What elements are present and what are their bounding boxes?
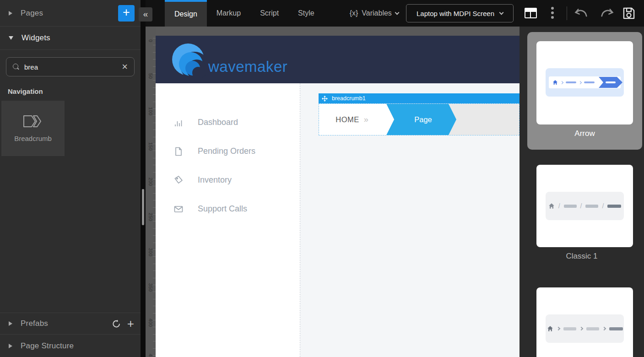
style-option-classic2-preview[interactable] xyxy=(536,287,633,357)
redo-icon[interactable] xyxy=(600,7,614,20)
prefabs-section-header[interactable]: Prefabs + xyxy=(0,313,141,335)
home-icon xyxy=(547,325,553,332)
style-option-label: Classic 1 xyxy=(520,252,644,261)
panel-gutter xyxy=(141,0,146,357)
widgets-section-label: Widgets xyxy=(22,33,50,43)
prefabs-section-label: Prefabs xyxy=(21,319,48,328)
tab-script[interactable]: Script xyxy=(250,0,288,27)
tab-markup[interactable]: Markup xyxy=(207,0,250,27)
tab-design[interactable]: Design xyxy=(165,0,207,27)
chevron-down-icon xyxy=(395,10,399,15)
home-icon xyxy=(548,203,555,209)
sidebar-scrollbar[interactable] xyxy=(142,189,144,225)
tab-variables[interactable]: {x} Variables xyxy=(341,0,407,27)
ruler-mark: 50 xyxy=(148,71,153,81)
ruler-mark: 400 xyxy=(148,318,153,327)
collapse-sidebar-button[interactable]: « xyxy=(139,7,152,22)
envelope-icon xyxy=(173,204,184,214)
collapse-arrow-icon xyxy=(9,321,12,326)
design-canvas: wavemaker Dashboard Pending Orders xyxy=(156,27,520,357)
tag-icon xyxy=(173,175,184,185)
search-icon xyxy=(13,64,19,70)
nav-item-dashboard[interactable]: Dashboard xyxy=(156,108,300,137)
widgets-sidebar: Pages + Widgets × Navigation Breadcrumb … xyxy=(0,0,141,357)
style-option-label: Arrow xyxy=(527,129,642,138)
navigation-category-label: Navigation xyxy=(0,76,141,101)
ruler-mark: 450 xyxy=(148,353,153,357)
brand-name: wavemaker xyxy=(208,59,287,78)
breadcrumb-item-home[interactable]: HOME » xyxy=(319,104,394,135)
nav-item-inventory[interactable]: Inventory xyxy=(156,166,300,195)
collapse-arrow-icon xyxy=(9,11,12,16)
top-toolbar: Design Markup Script Style {x} Variables… xyxy=(146,0,644,27)
ruler-mark: 250 xyxy=(148,212,153,222)
pages-section-label: Pages xyxy=(21,9,43,18)
widgets-section-header[interactable]: Widgets xyxy=(0,27,141,50)
ruler-mark: 200 xyxy=(148,177,153,186)
wavemaker-logo-icon xyxy=(172,42,206,78)
selected-widget-bar[interactable]: breadcrumb1 xyxy=(319,93,520,103)
collapse-arrow-icon xyxy=(9,344,12,348)
expand-arrow-icon xyxy=(9,36,13,40)
move-icon[interactable] xyxy=(322,96,328,102)
style-option-arrow-selected[interactable]: Arrow xyxy=(527,32,642,150)
ruler-mark: 100 xyxy=(148,107,153,116)
document-icon xyxy=(173,146,184,157)
vertical-ruler: 0 50 100 150 200 250 300 350 400 450 xyxy=(146,27,156,357)
device-selector-value: Laptop with MDPI Screen xyxy=(417,10,494,17)
ruler-mark: 350 xyxy=(148,283,153,292)
toolbar-divider xyxy=(567,6,567,20)
breadcrumb-icon xyxy=(22,114,43,128)
classic2-style-thumbnail xyxy=(546,314,624,343)
page-structure-section-header[interactable]: Page Structure xyxy=(0,335,141,357)
home-icon xyxy=(552,80,558,85)
breadcrumb-widget-tile[interactable]: Breadcrumb xyxy=(1,101,65,156)
variables-label: Variables xyxy=(362,9,392,17)
breadcrumb-item-page-active[interactable]: Page xyxy=(386,104,456,135)
arrow-style-thumbnail xyxy=(546,68,624,97)
add-page-button[interactable]: + xyxy=(118,5,135,22)
toggle-panels-icon[interactable] xyxy=(525,8,537,18)
widget-search-box[interactable]: × xyxy=(6,57,135,76)
widget-search-input[interactable] xyxy=(24,63,122,71)
page-structure-label: Page Structure xyxy=(21,341,74,351)
pages-section-header[interactable]: Pages + xyxy=(0,0,141,27)
selected-widget-name: breadcrumb1 xyxy=(332,95,366,102)
save-icon[interactable] xyxy=(622,6,636,21)
nav-item-pending-orders[interactable]: Pending Orders xyxy=(156,137,300,166)
device-selector-dropdown[interactable]: Laptop with MDPI Screen xyxy=(406,4,514,22)
variables-icon: {x} xyxy=(350,9,358,17)
bar-chart-icon xyxy=(173,118,184,128)
ruler-mark: 0 xyxy=(148,36,153,45)
double-chevron-icon: » xyxy=(364,115,368,124)
more-options-icon[interactable] xyxy=(551,7,554,19)
ruler-mark: 300 xyxy=(148,248,153,257)
page-header: wavemaker xyxy=(156,36,520,83)
breadcrumb-widget[interactable]: HOME » Page xyxy=(319,103,520,135)
chevron-down-icon xyxy=(499,10,504,15)
clear-search-icon[interactable]: × xyxy=(122,62,128,72)
add-prefab-icon[interactable]: + xyxy=(127,318,134,330)
nav-item-support-calls[interactable]: Support Calls xyxy=(156,195,300,223)
refresh-prefabs-icon[interactable] xyxy=(112,319,121,329)
tab-style[interactable]: Style xyxy=(288,0,324,27)
page-left-nav: Dashboard Pending Orders Inventory S xyxy=(156,83,300,357)
style-option-classic1-preview[interactable]: / / / xyxy=(536,165,633,247)
breadcrumb-widget-label: Breadcrumb xyxy=(14,135,52,142)
ruler-mark: 150 xyxy=(148,142,153,151)
style-option-arrow-preview[interactable] xyxy=(536,41,633,124)
undo-icon[interactable] xyxy=(574,7,589,20)
classic1-style-thumbnail: / / / xyxy=(546,192,624,220)
breadcrumb-style-panel: Arrow / / / Classic 1 xyxy=(520,27,644,357)
